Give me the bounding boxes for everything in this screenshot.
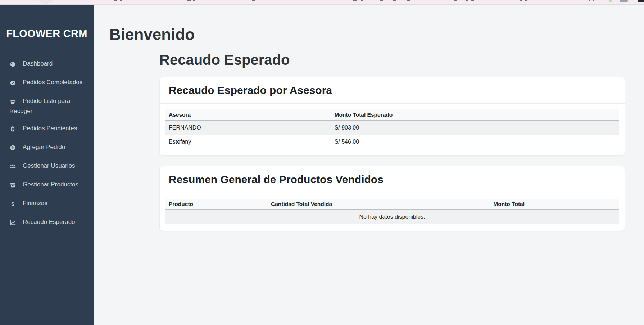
sidebar-item-label: Pedidos Completados <box>23 79 82 86</box>
asesora-table: AsesoraMonto Total Esperado FERNANDOS/ 9… <box>165 109 619 149</box>
column-header: Asesora <box>165 109 331 121</box>
browser-toolbar-fragment <box>120 0 122 1</box>
column-header: Producto <box>165 199 267 210</box>
sidebar-item-pedido-listo-para-recoger[interactable]: Pedido Listo para Recoger <box>0 92 94 120</box>
browser-toolbar-fragment <box>454 0 457 1</box>
svg-text:$: $ <box>11 201 14 207</box>
sidebar-item-gestionar-usuarios[interactable]: Gestionar Usuarios <box>0 157 94 176</box>
sidebar: FLOOWER CRM Dashboard Pedidos Completado… <box>0 5 94 325</box>
browser-toolbar-fragment <box>471 0 474 1</box>
sidebar-item-label: Finanzas <box>23 200 47 207</box>
page-title: Recaudo Esperado <box>159 51 625 68</box>
brand-title: FLOOWER CRM <box>0 5 94 40</box>
sidebar-item-pedidos-pendientes[interactable]: Pedidos Pendientes <box>0 120 94 139</box>
browser-toolbar-fragment <box>466 0 468 1</box>
main-content: Bienvenido Recaudo Esperado Recaudo Espe… <box>94 5 644 325</box>
sidebar-item-label: Gestionar Productos <box>23 181 78 188</box>
browser-toolbar <box>0 0 644 5</box>
browser-toolbar-fragment <box>361 0 363 1</box>
column-header: Cantidad Total Vendida <box>267 199 490 210</box>
card-title: Resumen General de Productos Vendidos <box>160 166 625 193</box>
browser-toolbar-fragment <box>193 0 195 1</box>
dollar-icon: $ <box>9 200 17 209</box>
browser-toolbar-fragment <box>353 0 357 1</box>
empty-message: No hay datos disponibles. <box>165 210 619 224</box>
table-row: FERNANDOS/ 903.00 <box>165 121 619 135</box>
sidebar-item-agregar-pedido[interactable]: Agregar Pedido <box>0 139 94 157</box>
productos-table: ProductoCantidad Total VendidaMonto Tota… <box>165 199 619 224</box>
welcome-title: Bienvenido <box>109 26 644 44</box>
sidebar-item-label: Pedidos Pendientes <box>23 125 77 132</box>
check-circle-icon <box>9 80 17 88</box>
clipboard-icon <box>9 126 17 134</box>
sidebar-item-label: Gestionar Usuarios <box>23 162 75 169</box>
card-title: Recaudo Esperado por Asesora <box>160 77 625 104</box>
browser-toolbar-circle-fragment <box>37 0 55 4</box>
table-cell: S/ 546.00 <box>331 135 619 149</box>
table-cell: S/ 903.00 <box>331 121 619 135</box>
browser-toolbar-fragment <box>252 0 255 1</box>
browser-toolbar-fragment <box>407 0 410 1</box>
browser-toolbar-fragment <box>393 0 396 1</box>
browser-window-control-fragment <box>638 0 644 2</box>
sidebar-item-gestionar-productos[interactable]: Gestionar Productos <box>0 176 94 195</box>
users-icon <box>9 163 17 172</box>
browser-toolbar-fragment <box>114 0 117 1</box>
sidebar-item-dashboard[interactable]: Dashboard <box>0 55 94 74</box>
sidebar-item-label: Pedido Listo para Recoger <box>9 98 70 114</box>
table-row: EstefanyS/ 546.00 <box>165 135 619 149</box>
sidebar-item-pedidos-completados[interactable]: Pedidos Completados <box>0 74 94 92</box>
browser-toolbar-fragment <box>593 0 594 1</box>
card-recaudo-por-asesora: Recaudo Esperado por Asesora AsesoraMont… <box>159 77 625 156</box>
box-open-icon <box>9 98 17 107</box>
browser-toolbar-fragment <box>589 0 590 1</box>
plus-circle-icon <box>9 144 17 153</box>
column-header: Monto Total Esperado <box>331 109 619 121</box>
table-cell: FERNANDO <box>165 121 331 135</box>
column-header: Monto Total <box>490 199 619 210</box>
browser-toolbar-fragment <box>520 0 522 1</box>
card-resumen-productos: Resumen General de Productos Vendidos Pr… <box>159 166 625 231</box>
browser-toolbar-fragment <box>380 0 383 1</box>
sidebar-item-recaudo-esperado[interactable]: Recaudo Esperado <box>0 213 94 232</box>
box-icon <box>9 182 17 190</box>
table-cell: Estefany <box>165 135 331 149</box>
browser-toolbar-pill-fragment <box>620 0 628 2</box>
sidebar-item-label: Agregar Pedido <box>23 144 65 150</box>
sidebar-item-label: Recaudo Esperado <box>23 218 75 225</box>
browser-toolbar-fragment <box>187 0 191 1</box>
dashboard-gauge-icon <box>9 61 17 69</box>
sidebar-nav: Dashboard Pedidos Completados Pedido Lis… <box>0 55 94 232</box>
empty-table-row: No hay datos disponibles. <box>165 210 619 224</box>
sidebar-item-finanzas[interactable]: $Finanzas <box>0 195 94 213</box>
browser-toolbar-fragment <box>525 0 527 1</box>
sidebar-item-label: Dashboard <box>23 60 53 67</box>
browser-status-dot <box>609 0 612 2</box>
chart-line-icon <box>9 219 17 228</box>
